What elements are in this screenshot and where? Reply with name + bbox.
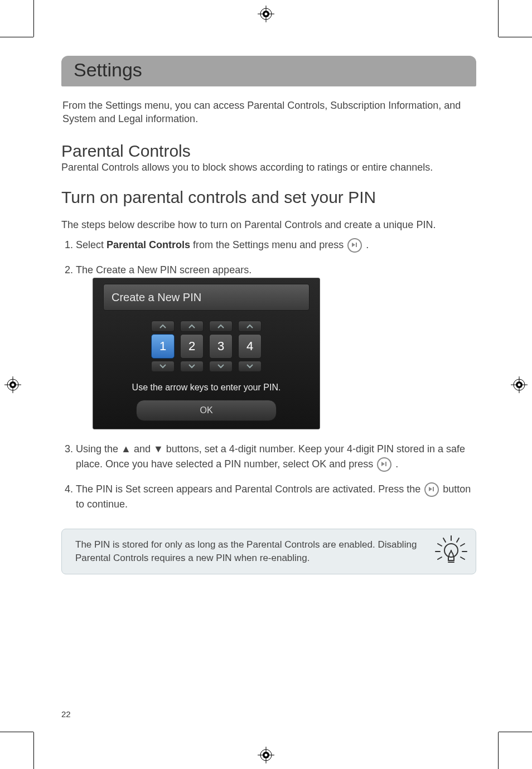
chevron-down-icon[interactable] — [238, 361, 262, 372]
content-column: Settings From the Settings menu, you can… — [61, 56, 476, 574]
pin-digit-4[interactable]: 4 — [238, 334, 262, 359]
step-1-text-b: from the Settings menu and press — [190, 239, 346, 250]
crop-mark — [0, 37, 33, 37]
svg-line-26 — [438, 544, 442, 546]
step-1-bold: Parental Controls — [107, 239, 190, 250]
heading-parental-controls: Parental Controls — [61, 142, 476, 161]
play-pause-button-icon — [424, 482, 439, 497]
chevron-down-icon[interactable] — [151, 361, 175, 372]
crop-mark — [33, 0, 34, 37]
step-1-text-a: Select — [76, 239, 107, 250]
chevron-down-icon[interactable] — [180, 361, 204, 372]
lightbulb-icon — [434, 535, 468, 568]
steps-list: Select Parental Controls from the Settin… — [61, 238, 476, 512]
pin-column-1: 1 — [151, 321, 175, 372]
svg-point-4 — [265, 13, 268, 16]
registration-mark-icon — [511, 376, 528, 393]
chevron-up-icon[interactable] — [151, 321, 175, 332]
svg-line-24 — [461, 557, 465, 559]
step-3-text-mid: and — [131, 443, 153, 454]
ok-button[interactable]: OK — [136, 400, 277, 421]
step-2: The Create a New PIN screen appears. Cre… — [76, 263, 476, 429]
lead-text: The steps below describe how to turn on … — [61, 219, 476, 231]
svg-point-19 — [518, 384, 521, 386]
play-pause-button-icon — [377, 457, 391, 472]
crop-mark — [498, 732, 499, 769]
crop-mark — [499, 37, 532, 37]
intro-text: From the Settings menu, you can access P… — [62, 99, 476, 126]
svg-line-21 — [457, 538, 459, 542]
chevron-up-icon[interactable] — [180, 321, 204, 332]
crop-mark — [33, 732, 34, 769]
crop-mark — [0, 732, 33, 732]
crop-mark — [498, 0, 499, 37]
up-arrow-icon: ▲ — [121, 443, 131, 454]
create-pin-screenshot: Create a New PIN 1 2 — [93, 278, 320, 429]
banner-title: Settings — [74, 59, 464, 81]
chevron-up-icon[interactable] — [238, 321, 262, 332]
play-pause-button-icon — [347, 238, 362, 253]
tip-callout: The PIN is stored for only as long as th… — [61, 529, 476, 574]
heading-turn-on-pin: Turn on parental controls and set your P… — [61, 188, 476, 207]
parental-controls-sub: Parental Controls allows you to block sh… — [61, 162, 476, 173]
pin-hint-text: Use the arrow keys to enter your PIN. — [103, 381, 309, 394]
chevron-down-icon[interactable] — [209, 361, 233, 372]
registration-mark-icon — [4, 376, 21, 393]
svg-point-14 — [12, 384, 14, 386]
tip-text: The PIN is stored for only as long as th… — [75, 539, 417, 563]
step-3-text-c: . — [393, 458, 398, 470]
svg-line-28 — [438, 557, 442, 559]
svg-line-22 — [461, 544, 465, 546]
step-2-text: The Create a New PIN screen appears. — [76, 264, 252, 275]
step-3: Using the ▲ and ▼ buttons, set a 4-digit… — [76, 442, 476, 472]
svg-point-9 — [265, 754, 268, 757]
page-number: 22 — [61, 709, 71, 719]
pin-column-4: 4 — [238, 321, 262, 372]
step-4-text-a: The PIN is Set screen appears and Parent… — [76, 483, 423, 495]
step-1: Select Parental Controls from the Settin… — [76, 238, 476, 253]
step-3-text-a: Using the — [76, 443, 121, 454]
registration-mark-icon — [258, 747, 274, 763]
pin-digit-3[interactable]: 3 — [209, 334, 233, 359]
svg-line-25 — [443, 538, 446, 542]
pin-digit-1[interactable]: 1 — [151, 334, 175, 359]
manual-page: Settings From the Settings menu, you can… — [0, 0, 532, 769]
screenshot-title: Create a New PIN — [103, 284, 309, 311]
section-banner: Settings — [61, 56, 476, 86]
pin-digit-2[interactable]: 2 — [180, 334, 204, 359]
step-4: The PIN is Set screen appears and Parent… — [76, 482, 476, 512]
pin-column-3: 3 — [209, 321, 233, 372]
pin-digit-row: 1 2 3 — [103, 321, 309, 372]
chevron-up-icon[interactable] — [209, 321, 233, 332]
registration-mark-icon — [258, 6, 274, 22]
step-1-text-c: . — [363, 239, 369, 250]
pin-column-2: 2 — [180, 321, 204, 372]
down-arrow-icon: ▼ — [153, 443, 163, 454]
crop-mark — [499, 732, 532, 732]
